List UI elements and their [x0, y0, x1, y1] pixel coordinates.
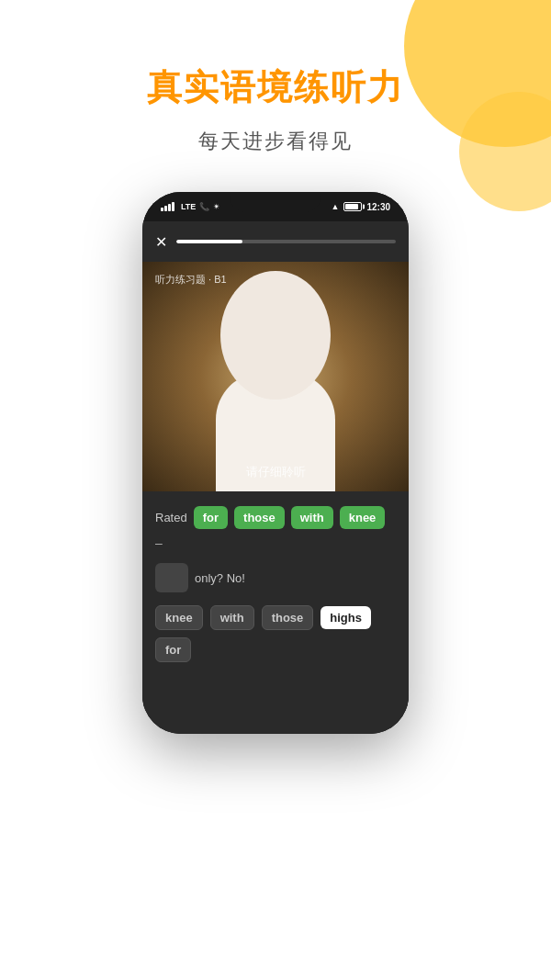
- video-character: [142, 262, 409, 491]
- video-area[interactable]: 听力练习题 · B1 请仔细聆听: [142, 262, 409, 491]
- word-for[interactable]: for: [194, 506, 228, 529]
- option-knee[interactable]: knee: [155, 605, 203, 630]
- status-right: ▲ 12:30: [332, 202, 391, 212]
- option-those[interactable]: those: [262, 605, 314, 630]
- close-button[interactable]: ✕: [155, 233, 167, 251]
- sentence-row: Rated for those with knee –: [155, 506, 396, 550]
- battery-icon: [343, 202, 362, 211]
- bluetooth-icon: ✴: [213, 202, 220, 211]
- phone-shell: LTE 📞 ✴ ▲ 12:30: [142, 192, 409, 734]
- video-label: 听力练习题 · B1: [155, 273, 227, 287]
- options-row: knee with those highs for: [155, 605, 396, 662]
- dash: –: [155, 535, 163, 550]
- bottom-panel: Rated for those with knee – only? No!: [142, 491, 409, 734]
- call-icon: 📞: [199, 202, 209, 211]
- blank-box[interactable]: [155, 563, 188, 592]
- option-for[interactable]: for: [155, 637, 191, 662]
- progress-fill: [176, 240, 242, 243]
- listen-prompt: 请仔细聆听: [142, 464, 409, 480]
- lte-label: LTE: [181, 202, 196, 211]
- sub-title: 每天进步看得见: [198, 128, 353, 155]
- word-knee[interactable]: knee: [340, 506, 386, 529]
- screen-inner: LTE 📞 ✴ ▲ 12:30: [142, 192, 409, 734]
- option-with[interactable]: with: [210, 605, 254, 630]
- char-hair: [220, 271, 331, 400]
- only-no-text: only? No!: [195, 571, 245, 585]
- top-bar: ✕: [142, 221, 409, 262]
- blank-row: only? No!: [155, 563, 396, 592]
- page-wrapper: 真实语境练听力 每天进步看得见 LTE: [0, 0, 551, 980]
- rated-label: Rated: [155, 511, 187, 524]
- word-with[interactable]: with: [291, 506, 333, 529]
- option-highs[interactable]: highs: [320, 606, 371, 629]
- main-title: 真实语境练听力: [147, 64, 404, 111]
- signal-icon: [161, 202, 174, 211]
- phone-mockup: LTE 📞 ✴ ▲ 12:30: [142, 192, 409, 761]
- notch: [230, 192, 321, 212]
- wifi-icon: ▲: [332, 202, 340, 211]
- progress-track: [176, 240, 396, 243]
- time-label: 12:30: [366, 202, 390, 212]
- status-bar: LTE 📞 ✴ ▲ 12:30: [142, 192, 409, 221]
- word-those[interactable]: those: [234, 506, 285, 529]
- battery-fill: [345, 204, 358, 209]
- status-left: LTE 📞 ✴: [161, 202, 220, 211]
